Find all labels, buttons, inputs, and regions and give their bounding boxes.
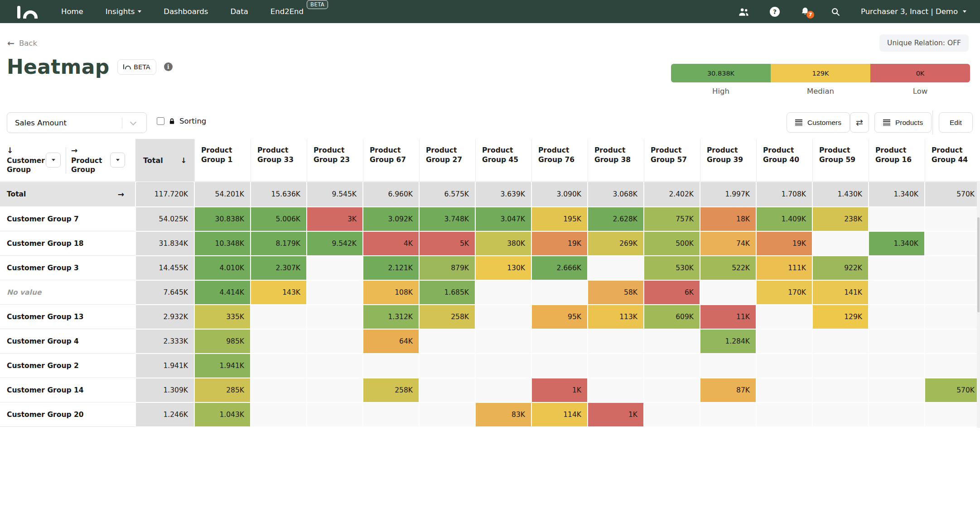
heat-cell[interactable]: 1.312K	[363, 305, 419, 329]
heat-cell[interactable]: 8.179K	[251, 231, 307, 256]
heat-cell[interactable]: 74K	[700, 231, 756, 256]
column-header-product-group-38[interactable]: Product Group 38	[588, 139, 644, 182]
heat-cell[interactable]: 2.307K	[251, 256, 307, 280]
heat-cell[interactable]: 18K	[700, 207, 756, 231]
heat-cell[interactable]: 3K	[307, 207, 363, 231]
heat-cell[interactable]: 522K	[700, 256, 756, 280]
row-label[interactable]: Customer Group 14	[0, 378, 135, 402]
heat-cell[interactable]: 1.685K	[419, 280, 475, 305]
row-label[interactable]: Customer Group 20	[0, 402, 135, 427]
heat-cell[interactable]: 6K	[644, 280, 700, 305]
column-header-product-group-1[interactable]: Product Group 1	[194, 139, 251, 182]
heat-cell[interactable]: 108K	[363, 280, 419, 305]
total-column-header[interactable]: Total ↓	[135, 139, 194, 182]
heat-cell[interactable]: 5.006K	[251, 207, 307, 231]
column-header-product-group-33[interactable]: Product Group 33	[251, 139, 307, 182]
edit-button[interactable]: Edit	[939, 112, 973, 133]
nav-end2end[interactable]: End2EndBETA	[270, 7, 304, 16]
heat-cell[interactable]: 143K	[251, 280, 307, 305]
heat-cell[interactable]: 238K	[812, 207, 869, 231]
heat-cell[interactable]: 3.092K	[363, 207, 419, 231]
heat-cell[interactable]: 95K	[531, 305, 588, 329]
column-header-product-group-39[interactable]: Product Group 39	[700, 139, 756, 182]
row-label[interactable]: Customer Group 18	[0, 231, 135, 256]
nav-insights[interactable]: Insights	[106, 7, 142, 16]
heat-cell[interactable]: 1.409K	[756, 207, 812, 231]
heat-cell[interactable]: 3.748K	[419, 207, 475, 231]
inact-logo-icon[interactable]	[17, 5, 38, 19]
heat-cell[interactable]: 4.414K	[194, 280, 251, 305]
column-header-product-group-76[interactable]: Product Group 76	[531, 139, 588, 182]
notifications-bell-icon[interactable]: 7	[800, 6, 810, 17]
heat-cell[interactable]: 285K	[194, 378, 251, 402]
heat-cell[interactable]: 10.348K	[194, 231, 251, 256]
heat-cell[interactable]: 1.340K	[869, 231, 925, 256]
nav-data[interactable]: Data	[230, 7, 248, 16]
sorting-checkbox[interactable]	[157, 117, 164, 125]
column-header-product-group-40[interactable]: Product Group 40	[756, 139, 812, 182]
vertical-scrollbar[interactable]	[977, 182, 980, 428]
heat-cell[interactable]: 87K	[700, 378, 756, 402]
heat-cell[interactable]: 83K	[475, 402, 531, 427]
products-button[interactable]: Products	[874, 112, 932, 133]
scrollbar-thumb[interactable]	[977, 217, 980, 312]
heat-cell[interactable]: 258K	[419, 305, 475, 329]
heat-cell[interactable]: 269K	[588, 231, 644, 256]
heat-cell[interactable]: 129K	[812, 305, 869, 329]
nav-home[interactable]: Home	[61, 7, 83, 16]
heat-cell[interactable]: 2.666K	[531, 256, 588, 280]
heat-cell[interactable]: 11K	[700, 305, 756, 329]
column-header-product-group-59[interactable]: Product Group 59	[812, 139, 869, 182]
back-link[interactable]: ← Back	[7, 39, 37, 48]
rows-dimension-dropdown[interactable]	[46, 153, 61, 167]
heat-cell[interactable]: 1K	[531, 378, 588, 402]
column-header-product-group-23[interactable]: Product Group 23	[307, 139, 363, 182]
columns-dimension-dropdown[interactable]	[110, 153, 125, 167]
heat-cell[interactable]: 1.284K	[700, 329, 756, 354]
user-menu[interactable]: Purchaser 3, Inact | Demo	[861, 7, 966, 16]
heat-cell[interactable]: 922K	[812, 256, 869, 280]
heat-cell[interactable]: 130K	[475, 256, 531, 280]
heat-cell[interactable]: 170K	[756, 280, 812, 305]
column-header-product-group-44[interactable]: Product Group 44	[925, 139, 980, 182]
row-label[interactable]: Customer Group 7	[0, 207, 135, 231]
row-label[interactable]: Customer Group 13	[0, 305, 135, 329]
heat-cell[interactable]: 2.628K	[588, 207, 644, 231]
heat-cell[interactable]: 609K	[644, 305, 700, 329]
heat-cell[interactable]: 64K	[363, 329, 419, 354]
heat-cell[interactable]: 3.047K	[475, 207, 531, 231]
heat-cell[interactable]: 114K	[531, 402, 588, 427]
heat-cell[interactable]: 570K	[925, 378, 980, 402]
heat-cell[interactable]: 9.542K	[307, 231, 363, 256]
heat-cell[interactable]: 1.043K	[194, 402, 251, 427]
heat-cell[interactable]: 58K	[588, 280, 644, 305]
row-label[interactable]: No value	[0, 280, 135, 305]
heat-cell[interactable]: 5K	[419, 231, 475, 256]
measure-select[interactable]: Sales Amount	[7, 112, 147, 133]
heat-cell[interactable]: 141K	[812, 280, 869, 305]
heat-cell[interactable]: 757K	[644, 207, 700, 231]
heat-cell[interactable]: 530K	[644, 256, 700, 280]
column-header-product-group-16[interactable]: Product Group 16	[869, 139, 925, 182]
search-icon[interactable]	[830, 7, 840, 17]
heat-cell[interactable]: 985K	[194, 329, 251, 354]
column-header-product-group-57[interactable]: Product Group 57	[644, 139, 700, 182]
heat-cell[interactable]: 4K	[363, 231, 419, 256]
customers-button[interactable]: Customers	[787, 112, 850, 133]
column-header-product-group-27[interactable]: Product Group 27	[419, 139, 475, 182]
row-label[interactable]: Customer Group 2	[0, 354, 135, 378]
heat-cell[interactable]: 335K	[194, 305, 251, 329]
heat-cell[interactable]: 500K	[644, 231, 700, 256]
heat-cell[interactable]: 111K	[756, 256, 812, 280]
nav-dashboards[interactable]: Dashboards	[164, 7, 208, 16]
heat-cell[interactable]: 30.838K	[194, 207, 251, 231]
heat-cell[interactable]: 380K	[475, 231, 531, 256]
row-label[interactable]: Customer Group 3	[0, 256, 135, 280]
heat-cell[interactable]: 195K	[531, 207, 588, 231]
help-icon[interactable]: ?	[770, 7, 780, 17]
column-header-product-group-67[interactable]: Product Group 67	[363, 139, 419, 182]
heat-cell[interactable]: 258K	[363, 378, 419, 402]
row-label[interactable]: Customer Group 4	[0, 329, 135, 354]
heat-cell[interactable]: 113K	[588, 305, 644, 329]
heat-cell[interactable]: 879K	[419, 256, 475, 280]
